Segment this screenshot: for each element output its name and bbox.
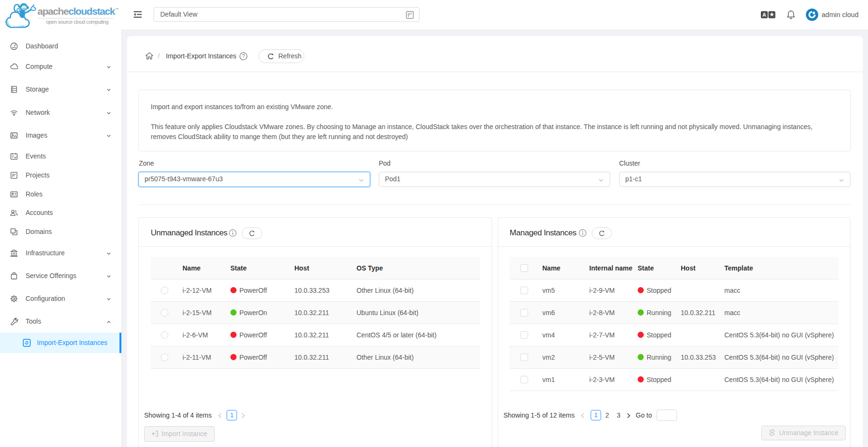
svg-text:A: A (762, 12, 766, 18)
svg-text:?: ? (242, 53, 245, 59)
